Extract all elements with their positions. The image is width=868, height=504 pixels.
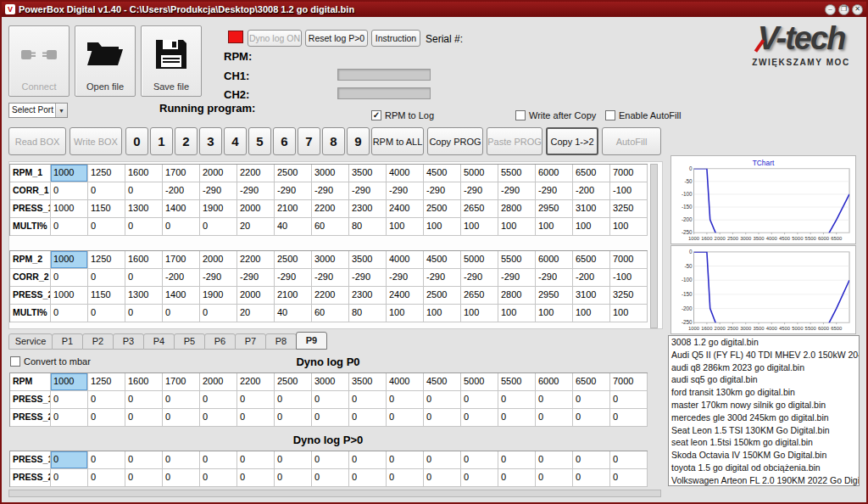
grid-cell[interactable]: 0 — [125, 469, 163, 487]
grid-cell[interactable]: -290 — [387, 182, 424, 200]
grid-cell[interactable]: 6000 — [536, 165, 573, 182]
grid-cell[interactable]: 0 — [387, 469, 424, 487]
grid-cell[interactable]: 100 — [498, 305, 536, 322]
file-list-item[interactable]: toyota 1.5 go digital od obciążenia.bin — [669, 462, 859, 474]
digit-button-5[interactable]: 5 — [248, 127, 271, 155]
write-after-copy-checkbox[interactable]: Write after Copy — [515, 110, 596, 120]
grid-cell[interactable]: 1000 — [51, 165, 88, 182]
tab-p3[interactable]: P3 — [113, 333, 144, 350]
file-list-item[interactable]: mercedes gle 300d 245km go digital.bin — [669, 412, 859, 424]
grid-cell[interactable]: 3500 — [349, 165, 387, 182]
grid-cell[interactable]: 0 — [125, 182, 163, 200]
grid-cell[interactable]: 0 — [51, 305, 88, 322]
grid-cell[interactable]: 2500 — [424, 200, 461, 218]
connect-button[interactable]: Connect — [8, 25, 70, 97]
grid-cell[interactable]: 0 — [163, 391, 200, 409]
grid-cell[interactable]: 0 — [163, 409, 200, 427]
grid-cell[interactable]: 2200 — [237, 373, 275, 391]
grid-cell[interactable]: -200 — [163, 269, 200, 287]
grid-cell[interactable]: -290 — [461, 182, 498, 200]
grid-cell[interactable]: -290 — [424, 269, 461, 287]
tab-p8[interactable]: P8 — [265, 333, 297, 350]
grid-cell[interactable]: -290 — [275, 182, 312, 200]
file-list-item[interactable]: 3008 1.2 go digital.bin — [669, 336, 859, 349]
grid-cell[interactable]: 0 — [573, 451, 610, 469]
grid-cell[interactable]: 0 — [498, 409, 536, 427]
tab-p5[interactable]: P5 — [174, 333, 205, 350]
grid-cell[interactable]: 100 — [610, 305, 648, 322]
dyno-log-on-button[interactable]: Dyno log ON — [248, 30, 302, 47]
open-file-button[interactable]: Open file — [75, 25, 136, 97]
vertical-scrollbar[interactable] — [650, 164, 658, 328]
grid-cell[interactable]: 0 — [51, 469, 88, 487]
file-list-item[interactable]: Seat Leon 1.5 TSI 130KM Go Digital.bin — [669, 424, 859, 437]
grid-cell[interactable]: 0 — [88, 391, 125, 409]
grid-cell[interactable]: 0 — [573, 409, 610, 427]
grid-cell[interactable]: 7000 — [610, 373, 648, 391]
maximize-button[interactable]: ❐ — [838, 4, 849, 15]
grid-cell[interactable]: 2400 — [387, 200, 424, 218]
grid-cell[interactable]: 2650 — [461, 200, 498, 218]
grid-cell[interactable]: 2200 — [237, 165, 275, 182]
file-list-item[interactable]: ford transit 130km go digital.bin — [669, 386, 859, 399]
grid-cell[interactable]: 100 — [536, 218, 573, 236]
grid-cell[interactable]: 60 — [312, 305, 349, 322]
write-box-button[interactable]: Write BOX — [70, 127, 122, 155]
grid-cell[interactable]: 100 — [573, 305, 610, 322]
grid-cell[interactable]: 0 — [461, 409, 498, 427]
grid-cell[interactable]: 100 — [573, 218, 610, 236]
grid-cell[interactable]: -290 — [200, 182, 237, 200]
grid-cell[interactable]: 100 — [387, 305, 424, 322]
tab-p1[interactable]: P1 — [52, 333, 83, 350]
grid-cell[interactable]: 5500 — [498, 251, 536, 269]
digit-button-8[interactable]: 8 — [322, 127, 345, 155]
grid-cell[interactable]: -290 — [536, 182, 573, 200]
rpm-to-log-checkbox[interactable]: ✓ RPM to Log — [371, 110, 434, 120]
grid-cell[interactable]: 0 — [498, 451, 536, 469]
grid-cell[interactable]: 0 — [498, 391, 536, 409]
grid-cell[interactable]: 2500 — [275, 165, 312, 182]
grid-cell[interactable]: 4500 — [424, 251, 461, 269]
grid-cell[interactable]: 1700 — [163, 373, 200, 391]
grid-cell[interactable]: 0 — [573, 469, 610, 487]
grid-cell[interactable]: 3500 — [349, 251, 387, 269]
grid-cell[interactable]: 100 — [387, 218, 424, 236]
grid-cell[interactable]: 0 — [275, 391, 312, 409]
grid-cell[interactable]: 2800 — [498, 200, 536, 218]
digit-button-2[interactable]: 2 — [175, 127, 198, 155]
horizontal-scrollbar[interactable] — [8, 490, 661, 497]
tab-p6[interactable]: P6 — [204, 333, 236, 350]
grid-cell[interactable]: 1000 — [51, 373, 88, 391]
grid-cell[interactable]: 0 — [461, 451, 498, 469]
grid-cell[interactable]: 0 — [125, 451, 163, 469]
grid-cell[interactable]: 2300 — [349, 287, 387, 305]
grid-cell[interactable]: 0 — [200, 391, 237, 409]
grid-cell[interactable]: 100 — [461, 305, 498, 322]
grid-cell[interactable]: 0 — [424, 391, 461, 409]
grid-cell[interactable]: 3250 — [610, 200, 648, 218]
grid-cell[interactable]: 20 — [237, 305, 275, 322]
grid-cell[interactable]: 6000 — [536, 373, 573, 391]
tab-p9[interactable]: P9 — [296, 332, 327, 350]
grid-cell[interactable]: 0 — [51, 451, 88, 469]
copy-1-to-2-button[interactable]: Copy 1->2 — [546, 127, 598, 155]
grid-cell[interactable]: 100 — [424, 305, 461, 322]
instruction-button[interactable]: Instruction — [371, 30, 420, 47]
grid-cell[interactable]: 0 — [387, 409, 424, 427]
grid-cell[interactable]: 1000 — [51, 287, 88, 305]
grid-cell[interactable]: 0 — [200, 409, 237, 427]
grid-cell[interactable]: 3250 — [610, 287, 648, 305]
digit-button-6[interactable]: 6 — [273, 127, 296, 155]
grid-cell[interactable]: 40 — [275, 218, 312, 236]
grid-cell[interactable]: 2500 — [275, 251, 312, 269]
grid-cell[interactable]: 0 — [51, 218, 88, 236]
grid-cell[interactable]: 2100 — [275, 200, 312, 218]
grid-cell[interactable]: 3000 — [312, 373, 349, 391]
grid-cell[interactable]: 0 — [237, 469, 275, 487]
grid-cell[interactable]: 2000 — [200, 373, 237, 391]
grid-cell[interactable]: 0 — [200, 218, 237, 236]
grid-cell[interactable]: -200 — [573, 182, 610, 200]
grid-cell[interactable]: 0 — [88, 218, 125, 236]
grid-cell[interactable]: 0 — [461, 469, 498, 487]
grid-cell[interactable]: 0 — [125, 409, 163, 427]
